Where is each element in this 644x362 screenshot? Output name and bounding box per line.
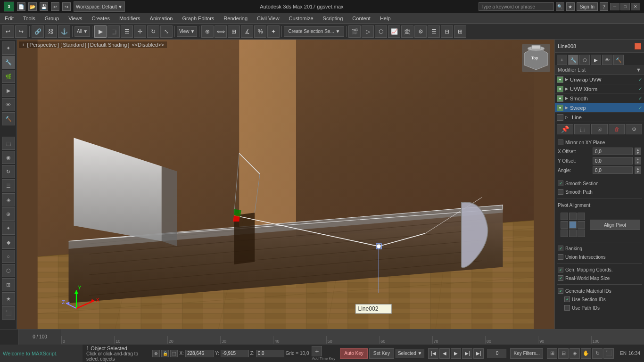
- align-tool[interactable]: ⊞: [228, 25, 240, 38]
- search-box[interactable]: Type a keyword or phrase: [479, 2, 554, 11]
- side-extra-3[interactable]: ↻: [2, 165, 15, 178]
- modifier-uvw-xform[interactable]: ● ▶ UVW Xform ✓: [555, 84, 644, 94]
- select-region-tool[interactable]: ⬚: [107, 25, 120, 38]
- modify-panel-btn[interactable]: 🔧: [2, 56, 15, 69]
- field-of-view-btn[interactable]: ◈: [570, 348, 580, 359]
- rp-tab-motion[interactable]: ▶: [591, 55, 601, 65]
- maximize-vp-btn[interactable]: ⬛: [603, 348, 614, 359]
- menu-rendering[interactable]: Rendering: [219, 13, 252, 24]
- real-world-checkbox[interactable]: ✓: [558, 275, 563, 281]
- menu-help[interactable]: Help: [375, 13, 396, 24]
- side-extra-10[interactable]: ⬡: [2, 264, 15, 277]
- scale-tool[interactable]: ⤡: [160, 25, 173, 38]
- pivot-bl[interactable]: [561, 230, 568, 237]
- menu-modifiers[interactable]: Modifiers: [115, 13, 145, 24]
- pin-stack-btn[interactable]: 📌: [557, 124, 573, 134]
- modifier-unwrap-uvw[interactable]: ● ▶ Unwrap UVW ✓: [555, 75, 644, 84]
- pan-btn[interactable]: ✋: [581, 348, 591, 359]
- curve-editor[interactable]: 📈: [388, 25, 400, 38]
- pivot-tl[interactable]: [561, 213, 568, 220]
- undo-tool[interactable]: ↩: [2, 25, 14, 38]
- pivot-bc[interactable]: [569, 230, 577, 237]
- y-offset-spinner[interactable]: ▲ ▼: [635, 157, 641, 165]
- menu-tools[interactable]: Tools: [18, 13, 40, 24]
- x-offset-spinner[interactable]: ▲ ▼: [635, 148, 641, 155]
- material-editor[interactable]: ⬡: [375, 25, 387, 38]
- add-time-key-btn[interactable]: +: [312, 346, 322, 356]
- use-section-ids-checkbox[interactable]: ✓: [564, 296, 570, 302]
- utilities-btn[interactable]: 🔨: [2, 112, 15, 125]
- menu-animation[interactable]: Animation: [145, 13, 178, 24]
- mod-vis-sweep[interactable]: ●: [557, 105, 563, 111]
- rp-tab-display[interactable]: 👁: [602, 55, 612, 65]
- minimize-btn[interactable]: ─: [610, 3, 619, 10]
- use-path-ids-checkbox[interactable]: [564, 305, 570, 311]
- mod-vis-uvwxform[interactable]: ●: [557, 86, 563, 92]
- selection-set-btn[interactable]: Create Selection Se... ▼: [284, 26, 344, 37]
- hierarchy-btn[interactable]: 🌿: [2, 70, 15, 83]
- timeline-track[interactable]: 0 10 20 30 40 50 60 70 80 90 100: [61, 329, 644, 345]
- modifier-line[interactable]: ▷ Line: [555, 113, 644, 122]
- object-color-swatch[interactable]: [635, 43, 641, 49]
- menu-edit[interactable]: Edit: [0, 13, 18, 24]
- extra-3[interactable]: ⊟: [441, 25, 453, 38]
- side-extra-8[interactable]: ◆: [2, 236, 15, 249]
- menu-group[interactable]: Group: [40, 13, 64, 24]
- link-tool[interactable]: 🔗: [32, 25, 44, 38]
- modifier-sweep[interactable]: ● ▶ Sweep ✓: [555, 103, 644, 113]
- help-btn[interactable]: ?: [600, 2, 608, 11]
- redo-btn[interactable]: ↪: [62, 2, 71, 11]
- auto-key-btn[interactable]: Auto Key: [340, 348, 368, 359]
- extra-1[interactable]: ⚙: [414, 25, 427, 38]
- menu-views[interactable]: Views: [64, 13, 87, 24]
- gen-mapping-checkbox[interactable]: ✓: [558, 267, 563, 272]
- banking-checkbox[interactable]: ✓: [558, 246, 563, 251]
- save-btn[interactable]: 💾: [40, 2, 48, 11]
- z-coord[interactable]: 0,0: [256, 350, 284, 357]
- signin-btn[interactable]: Sign In: [577, 2, 598, 11]
- render-frame[interactable]: ▷: [362, 25, 374, 38]
- close-btn[interactable]: ✕: [631, 3, 640, 10]
- select-tool[interactable]: ▶: [94, 25, 107, 38]
- angle-spinner[interactable]: ▲ ▼: [635, 166, 641, 174]
- mirror-tool[interactable]: ⟺: [215, 25, 227, 38]
- remove-modifier-btn[interactable]: 🗑: [609, 124, 625, 134]
- display-btn[interactable]: 👁: [2, 98, 15, 111]
- maxscript-listener[interactable]: Welcome to MAXScript.: [0, 345, 83, 362]
- x-offset-value[interactable]: 0,0: [593, 148, 633, 155]
- pivot-tool[interactable]: ⊕: [201, 25, 214, 38]
- menu-scripting[interactable]: Scripting: [318, 13, 348, 24]
- bind-tool[interactable]: ⚓: [58, 25, 70, 38]
- next-frame-btn[interactable]: ▶|: [462, 348, 472, 359]
- pivot-ml[interactable]: [561, 221, 568, 229]
- menu-civil-view[interactable]: Civil View: [252, 13, 284, 24]
- pivot-tr[interactable]: [578, 213, 585, 220]
- percent-snap[interactable]: %: [254, 25, 266, 38]
- side-extra-5[interactable]: ◈: [2, 193, 15, 206]
- schematic-view[interactable]: 🕸: [401, 25, 413, 38]
- y-coord[interactable]: -9,915: [221, 350, 249, 357]
- key-select[interactable]: Selected ▼: [396, 349, 425, 358]
- set-key-btn[interactable]: Set Key: [369, 348, 394, 359]
- move-tool[interactable]: ✛: [134, 25, 146, 38]
- mod-vis-smooth[interactable]: ●: [557, 95, 563, 102]
- mod-vis-line[interactable]: [557, 114, 563, 121]
- show-end-btn[interactable]: ⬚: [574, 124, 591, 134]
- goto-end-btn[interactable]: ▶|: [473, 348, 484, 359]
- side-extra-2[interactable]: ◉: [2, 151, 15, 164]
- goto-start-btn[interactable]: |◀: [428, 348, 438, 359]
- rp-tab-modify[interactable]: 🔧: [568, 55, 578, 65]
- unlink-tool[interactable]: ⛓: [45, 25, 57, 38]
- new-btn[interactable]: 📄: [17, 2, 25, 11]
- side-extra-13[interactable]: ⬛: [2, 306, 15, 320]
- zoom-extents-all-btn[interactable]: ⊟: [558, 348, 569, 359]
- coord-display-btn[interactable]: ⊕: [152, 350, 160, 357]
- coord-lock-btn[interactable]: 🔒: [161, 350, 169, 357]
- rp-tab-utils[interactable]: 🔨: [613, 55, 624, 65]
- pivot-tc[interactable]: [569, 213, 577, 220]
- menu-customize[interactable]: Customize: [284, 13, 318, 24]
- motion-btn[interactable]: ▶: [2, 84, 15, 97]
- pivot-mc[interactable]: [569, 221, 577, 229]
- mod-vis-unwrap[interactable]: ●: [557, 76, 563, 83]
- render-setup[interactable]: 🎬: [348, 25, 361, 38]
